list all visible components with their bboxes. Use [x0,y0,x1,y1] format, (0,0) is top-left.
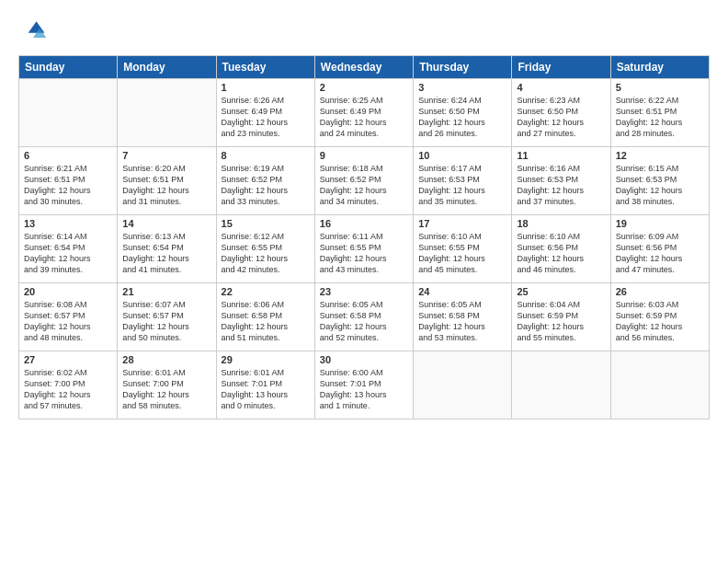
calendar-cell: 5Sunrise: 6:22 AM Sunset: 6:51 PM Daylig… [610,79,709,147]
calendar-body: 1Sunrise: 6:26 AM Sunset: 6:49 PM Daylig… [19,79,710,419]
day-detail: Sunrise: 6:09 AM Sunset: 6:56 PM Dayligh… [616,231,704,276]
calendar-cell [414,351,512,419]
calendar-cell [19,79,118,147]
calendar-cell: 10Sunrise: 6:17 AM Sunset: 6:53 PM Dayli… [414,147,512,215]
day-detail: Sunrise: 6:01 AM Sunset: 7:00 PM Dayligh… [122,367,210,412]
day-number: 27 [24,354,112,365]
day-detail: Sunrise: 6:13 AM Sunset: 6:54 PM Dayligh… [122,231,210,276]
day-detail: Sunrise: 6:05 AM Sunset: 6:58 PM Dayligh… [320,299,408,344]
weekday-header: Sunday [19,56,118,79]
day-number: 2 [320,82,408,93]
calendar-cell: 26Sunrise: 6:03 AM Sunset: 6:59 PM Dayli… [610,283,709,351]
calendar-cell: 6Sunrise: 6:21 AM Sunset: 6:51 PM Daylig… [19,147,118,215]
day-detail: Sunrise: 6:11 AM Sunset: 6:55 PM Dayligh… [320,231,408,276]
calendar-cell: 28Sunrise: 6:01 AM Sunset: 7:00 PM Dayli… [118,351,216,419]
weekday-header: Monday [118,56,216,79]
day-detail: Sunrise: 6:21 AM Sunset: 6:51 PM Dayligh… [24,163,112,208]
day-detail: Sunrise: 6:24 AM Sunset: 6:50 PM Dayligh… [418,95,506,140]
day-detail: Sunrise: 6:18 AM Sunset: 6:52 PM Dayligh… [320,163,408,208]
day-number: 8 [222,150,310,161]
calendar-cell: 25Sunrise: 6:04 AM Sunset: 6:59 PM Dayli… [512,283,610,351]
day-detail: Sunrise: 6:10 AM Sunset: 6:56 PM Dayligh… [517,231,605,276]
day-detail: Sunrise: 6:07 AM Sunset: 6:57 PM Dayligh… [122,299,210,344]
day-detail: Sunrise: 6:06 AM Sunset: 6:58 PM Dayligh… [222,299,310,344]
day-number: 14 [122,218,210,229]
logo-icon [18,17,48,46]
day-number: 6 [24,150,112,161]
day-detail: Sunrise: 6:05 AM Sunset: 6:58 PM Dayligh… [418,299,506,344]
calendar-cell: 11Sunrise: 6:16 AM Sunset: 6:53 PM Dayli… [512,147,610,215]
day-number: 13 [24,218,112,229]
calendar-week-row: 20Sunrise: 6:08 AM Sunset: 6:57 PM Dayli… [19,283,710,351]
calendar: SundayMondayTuesdayWednesdayThursdayFrid… [18,55,710,419]
day-number: 16 [320,218,408,229]
day-number: 26 [616,286,704,297]
calendar-cell: 19Sunrise: 6:09 AM Sunset: 6:56 PM Dayli… [610,215,709,283]
calendar-header: SundayMondayTuesdayWednesdayThursdayFrid… [19,56,710,79]
weekday-header: Wednesday [314,56,413,79]
day-number: 4 [517,82,605,93]
day-detail: Sunrise: 6:04 AM Sunset: 6:59 PM Dayligh… [517,299,605,344]
day-detail: Sunrise: 6:17 AM Sunset: 6:53 PM Dayligh… [418,163,506,208]
day-detail: Sunrise: 6:22 AM Sunset: 6:51 PM Dayligh… [616,95,704,140]
day-detail: Sunrise: 6:12 AM Sunset: 6:55 PM Dayligh… [222,231,310,276]
day-detail: Sunrise: 6:25 AM Sunset: 6:49 PM Dayligh… [320,95,408,140]
calendar-cell: 24Sunrise: 6:05 AM Sunset: 6:58 PM Dayli… [414,283,512,351]
calendar-cell: 13Sunrise: 6:14 AM Sunset: 6:54 PM Dayli… [19,215,118,283]
calendar-cell: 8Sunrise: 6:19 AM Sunset: 6:52 PM Daylig… [216,147,314,215]
day-number: 20 [24,286,112,297]
day-detail: Sunrise: 6:26 AM Sunset: 6:49 PM Dayligh… [222,95,310,140]
day-number: 24 [418,286,506,297]
day-number: 18 [517,218,605,229]
calendar-cell: 9Sunrise: 6:18 AM Sunset: 6:52 PM Daylig… [314,147,413,215]
day-detail: Sunrise: 6:08 AM Sunset: 6:57 PM Dayligh… [24,299,112,344]
day-number: 21 [122,286,210,297]
day-detail: Sunrise: 6:03 AM Sunset: 6:59 PM Dayligh… [616,299,704,344]
day-number: 9 [320,150,408,161]
day-number: 19 [616,218,704,229]
day-number: 10 [418,150,506,161]
calendar-cell: 27Sunrise: 6:02 AM Sunset: 7:00 PM Dayli… [19,351,118,419]
day-number: 1 [222,82,310,93]
day-detail: Sunrise: 6:14 AM Sunset: 6:54 PM Dayligh… [24,231,112,276]
calendar-cell: 4Sunrise: 6:23 AM Sunset: 6:50 PM Daylig… [512,79,610,147]
svg-marker-0 [28,21,45,32]
calendar-week-row: 27Sunrise: 6:02 AM Sunset: 7:00 PM Dayli… [19,351,710,419]
calendar-cell [118,79,216,147]
day-detail: Sunrise: 6:20 AM Sunset: 6:51 PM Dayligh… [122,163,210,208]
calendar-cell: 30Sunrise: 6:00 AM Sunset: 7:01 PM Dayli… [314,351,413,419]
weekday-header: Tuesday [216,56,314,79]
calendar-cell: 18Sunrise: 6:10 AM Sunset: 6:56 PM Dayli… [512,215,610,283]
day-number: 12 [616,150,704,161]
calendar-cell: 22Sunrise: 6:06 AM Sunset: 6:58 PM Dayli… [216,283,314,351]
day-number: 23 [320,286,408,297]
calendar-cell: 3Sunrise: 6:24 AM Sunset: 6:50 PM Daylig… [414,79,512,147]
day-detail: Sunrise: 6:00 AM Sunset: 7:01 PM Dayligh… [320,367,408,412]
calendar-cell [610,351,709,419]
weekday-header: Friday [512,56,610,79]
day-number: 3 [418,82,506,93]
weekday-header: Thursday [414,56,512,79]
calendar-cell: 14Sunrise: 6:13 AM Sunset: 6:54 PM Dayli… [118,215,216,283]
calendar-cell: 12Sunrise: 6:15 AM Sunset: 6:53 PM Dayli… [610,147,709,215]
weekday-row: SundayMondayTuesdayWednesdayThursdayFrid… [19,56,710,79]
calendar-cell: 2Sunrise: 6:25 AM Sunset: 6:49 PM Daylig… [314,79,413,147]
calendar-week-row: 13Sunrise: 6:14 AM Sunset: 6:54 PM Dayli… [19,215,710,283]
day-number: 7 [122,150,210,161]
logo [18,17,51,46]
day-number: 11 [517,150,605,161]
calendar-cell: 1Sunrise: 6:26 AM Sunset: 6:49 PM Daylig… [216,79,314,147]
weekday-header: Saturday [610,56,709,79]
day-detail: Sunrise: 6:19 AM Sunset: 6:52 PM Dayligh… [222,163,310,208]
day-number: 30 [320,354,408,365]
calendar-cell: 21Sunrise: 6:07 AM Sunset: 6:57 PM Dayli… [118,283,216,351]
day-number: 29 [222,354,310,365]
calendar-cell: 29Sunrise: 6:01 AM Sunset: 7:01 PM Dayli… [216,351,314,419]
calendar-week-row: 6Sunrise: 6:21 AM Sunset: 6:51 PM Daylig… [19,147,710,215]
day-detail: Sunrise: 6:01 AM Sunset: 7:01 PM Dayligh… [222,367,310,412]
day-detail: Sunrise: 6:15 AM Sunset: 6:53 PM Dayligh… [616,163,704,208]
day-detail: Sunrise: 6:16 AM Sunset: 6:53 PM Dayligh… [517,163,605,208]
day-number: 15 [222,218,310,229]
calendar-cell: 23Sunrise: 6:05 AM Sunset: 6:58 PM Dayli… [314,283,413,351]
calendar-cell: 16Sunrise: 6:11 AM Sunset: 6:55 PM Dayli… [314,215,413,283]
